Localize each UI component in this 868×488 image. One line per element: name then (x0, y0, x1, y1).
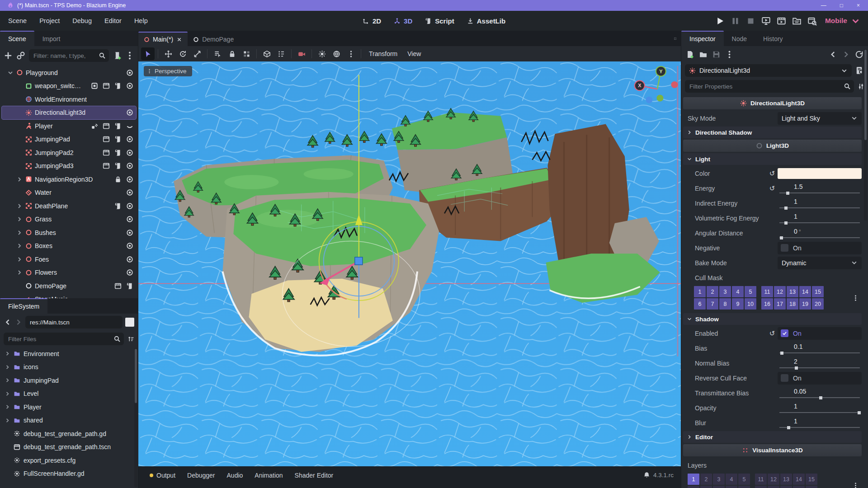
transmittance-bias-slider[interactable]: 0.05 (778, 386, 862, 400)
eye-icon[interactable] (126, 82, 133, 89)
notification-bell-icon[interactable] (643, 472, 650, 479)
negative-checkbox[interactable]: On (778, 242, 862, 254)
script-icon[interactable] (114, 202, 122, 210)
scene-node-bushes[interactable]: Bushes (2, 226, 136, 239)
layer-cell-4[interactable]: 4 (726, 474, 737, 485)
scene-node-jumpingpad2[interactable]: JumpingPad2 (2, 146, 136, 160)
filter-properties-input[interactable] (685, 80, 854, 93)
expand-icon[interactable] (16, 243, 23, 249)
eye-icon[interactable] (126, 202, 133, 210)
script-icon[interactable] (114, 149, 122, 156)
clapper-icon[interactable] (103, 136, 110, 143)
sun-env-menu-button[interactable] (344, 47, 358, 60)
expand-icon[interactable] (5, 364, 10, 370)
tab-import-dock[interactable]: Import (34, 32, 69, 46)
volumetric-fog-energy-slider[interactable]: 1 (778, 211, 862, 225)
tab-2d[interactable]: 2D (359, 15, 385, 27)
layer-cell-14[interactable]: 14 (799, 286, 811, 297)
new-resource-button[interactable] (686, 50, 694, 59)
menu-scene[interactable]: Scene (3, 14, 32, 27)
scene-node-playground[interactable]: Playground (2, 66, 136, 80)
minimize-button[interactable]: — (821, 3, 826, 8)
panel-icon[interactable] (91, 82, 98, 89)
scene-node-boxes[interactable]: Boxes (2, 239, 136, 253)
energy-slider[interactable]: 1.5 (778, 182, 862, 195)
layer-cell-4[interactable]: 4 (732, 286, 744, 297)
tab-history[interactable]: History (755, 32, 791, 46)
scene-node-grass[interactable]: Grass (2, 213, 136, 226)
tab-script[interactable]: Script (421, 15, 458, 27)
sky-mode-dropdown[interactable]: Light and Sky (778, 112, 862, 125)
save-resource-button[interactable] (712, 50, 721, 59)
file-item-jumpingpad[interactable]: JumpingPad (5, 374, 137, 387)
new-scene-tab-button[interactable] (239, 39, 248, 46)
inspector-scrollbar[interactable] (864, 49, 867, 221)
expand-viewport-icon[interactable] (674, 35, 681, 42)
eye-icon[interactable] (126, 109, 133, 116)
file-item-debug-test-grenade-path-gd[interactable]: debug_test_grenade_path.gd (5, 427, 137, 441)
cull-mask-menu-icon[interactable] (852, 295, 859, 301)
group-directional-shadow[interactable]: Directional Shadow (683, 127, 862, 138)
expand-icon[interactable] (5, 351, 10, 357)
layer-cell-2[interactable]: 2 (700, 474, 712, 485)
history-forward-button[interactable] (14, 318, 23, 326)
maximize-button[interactable]: □ (840, 3, 843, 8)
play-button[interactable] (715, 16, 725, 26)
file-item-level[interactable]: Level (5, 387, 137, 401)
layer-cell-17[interactable]: 17 (774, 298, 786, 310)
tab-assetlib[interactable]: AssetLib (463, 15, 509, 27)
revert-icon[interactable]: ↺ (767, 184, 778, 192)
revert-icon[interactable]: ↺ (767, 169, 778, 178)
scene-node-player[interactable]: Player (2, 119, 136, 133)
inspector-tools-button[interactable] (858, 83, 864, 90)
tab-node[interactable]: Node (724, 32, 755, 46)
bake-mode-dropdown[interactable]: Dynamic (778, 257, 862, 269)
file-item-icons[interactable]: icons (5, 361, 137, 374)
layer-cell-13[interactable]: 13 (787, 286, 798, 297)
script-icon[interactable] (114, 122, 122, 130)
menu-project[interactable]: Project (34, 14, 65, 27)
indirect-energy-slider[interactable]: 1 (778, 197, 862, 210)
expand-icon[interactable] (16, 269, 23, 276)
scene-node-worldenvironment[interactable]: WorldEnvironment (2, 93, 136, 106)
file-item-player[interactable]: Player (5, 400, 137, 414)
preview-camera-button[interactable] (295, 47, 308, 60)
tab-3d[interactable]: 3D (390, 15, 416, 27)
expand-icon[interactable] (5, 377, 10, 383)
preview-environment-button[interactable] (330, 47, 343, 60)
close-button[interactable]: × (857, 3, 860, 8)
layer-cell-6[interactable]: 6 (694, 298, 706, 310)
close-icon[interactable] (176, 37, 182, 42)
layer-cell-18[interactable]: 18 (780, 486, 792, 488)
menu-help[interactable]: Help (129, 14, 153, 27)
expand-icon[interactable] (16, 203, 23, 209)
tab-output[interactable]: Output (144, 468, 181, 483)
3d-viewport[interactable]: Y X Perspective (138, 61, 681, 466)
layer-cell-18[interactable]: 18 (787, 298, 798, 310)
history-back-button[interactable] (4, 318, 12, 326)
attach-script-button[interactable] (113, 51, 122, 60)
layer-cell-1[interactable]: 1 (694, 286, 706, 297)
add-node-button[interactable] (4, 51, 13, 60)
file-item-shared[interactable]: shared (5, 414, 137, 427)
clapper-icon[interactable] (114, 282, 122, 290)
layer-cell-16[interactable]: 16 (761, 298, 773, 310)
layer-cell-9[interactable]: 9 (732, 298, 744, 310)
scene-tab-demopage[interactable]: DemoPage (188, 33, 239, 46)
shadow-enabled-checkbox[interactable]: On (778, 327, 862, 340)
scene-node-flowers[interactable]: Flowers (2, 266, 136, 280)
layer-cell-13[interactable]: 13 (780, 474, 792, 485)
layer-cell-8[interactable]: 8 (719, 298, 731, 310)
file-item-environment[interactable]: Environment (5, 347, 137, 361)
transform-menu[interactable]: Transform (364, 48, 402, 60)
layer-cell-2[interactable]: 2 (707, 286, 718, 297)
edit-history-button[interactable] (855, 50, 863, 59)
preview-sun-button[interactable] (315, 47, 329, 60)
layer-cell-7[interactable]: 7 (707, 298, 718, 310)
layer-cell-11[interactable]: 11 (755, 474, 767, 485)
layer-cell-19[interactable]: 19 (799, 298, 811, 310)
local-space-button[interactable] (260, 47, 274, 60)
bias-slider[interactable]: 0.1 (778, 342, 862, 355)
layer-cell-19[interactable]: 19 (793, 486, 805, 488)
expand-icon[interactable] (16, 256, 23, 263)
